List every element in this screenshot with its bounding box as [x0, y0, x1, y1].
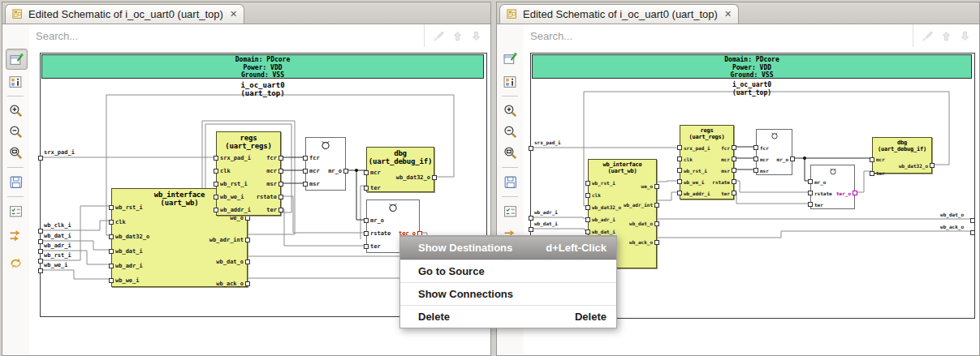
- block-port[interactable]: mr_o: [367, 214, 419, 227]
- search-buttons: [913, 24, 979, 47]
- show-connectivity-button[interactable]: [6, 225, 26, 245]
- domain-header: Domain: PDcore Power: VDD Ground: VSS: [41, 54, 484, 79]
- display-options-button[interactable]: [6, 201, 26, 221]
- block-port[interactable]: mr_o: [811, 176, 854, 187]
- block-port[interactable]: ter: [217, 204, 280, 217]
- merge-circle-icon: [306, 138, 345, 151]
- edit-pin-button[interactable]: [500, 49, 520, 68]
- block-port[interactable]: wb_adr_int: [589, 195, 656, 214]
- save-button[interactable]: [500, 172, 520, 191]
- merge-circle-icon: [757, 130, 792, 140]
- search-input[interactable]: [524, 30, 913, 42]
- context-menu-item[interactable]: Delete Delete: [400, 305, 616, 328]
- find-next-button[interactable]: [959, 30, 971, 42]
- block-port[interactable]: rstate: [217, 191, 280, 204]
- find-previous-button[interactable]: [940, 30, 952, 42]
- block-port[interactable]: msr: [306, 178, 345, 191]
- save-button[interactable]: [6, 172, 26, 191]
- block-port[interactable]: wb_dat32_o: [367, 171, 434, 184]
- clear-search-button[interactable]: [922, 30, 934, 42]
- find-previous-button[interactable]: [451, 30, 464, 42]
- block-port[interactable]: wb_dat32_o: [873, 160, 931, 171]
- context-menu-item[interactable]: Go to Source: [400, 259, 616, 282]
- context-menu-item[interactable]: Show Connections: [400, 282, 616, 305]
- block-port[interactable]: wb_adr_int: [112, 229, 247, 251]
- tab-title: Edited Schematic of i_oc_uart0 (uart_top…: [523, 8, 718, 20]
- zoom-in-button[interactable]: [6, 101, 26, 120]
- block-port[interactable]: fcr: [306, 152, 345, 165]
- block-dbg[interactable]: dbg(uart_debug_if) mcrter wb_dat32_o: [366, 147, 434, 192]
- find-next-button[interactable]: [470, 30, 482, 42]
- block-port[interactable]: msr: [757, 165, 792, 176]
- block-port[interactable]: rstate: [680, 176, 733, 187]
- toolbar-separator: [7, 167, 24, 168]
- block-port[interactable]: fcr: [757, 142, 792, 153]
- ground-label: Ground: VSS: [533, 71, 971, 79]
- zoom-out-button[interactable]: [6, 122, 26, 141]
- block-port[interactable]: mcr: [217, 165, 280, 178]
- block-port[interactable]: wb_dat_o: [589, 214, 656, 233]
- block-mr-merge[interactable]: fcrmcrmsr mr_o: [756, 129, 792, 175]
- power-label: Power: VDD: [533, 64, 971, 72]
- pin-stub: [38, 268, 43, 273]
- block-port[interactable]: mr_o: [757, 153, 792, 165]
- swap-schematics-button[interactable]: [6, 253, 26, 272]
- port-stub: [432, 175, 437, 180]
- port-stub: [278, 169, 283, 174]
- domain-label: Domain: PDcore: [42, 56, 483, 64]
- block-port[interactable]: fcr: [217, 152, 280, 165]
- tab-title: Edited Schematic of i_oc_uart0 (uart_top…: [28, 8, 223, 20]
- instance-label: i_oc_uart0 (uart_top): [532, 81, 972, 97]
- block-regs[interactable]: regs(uart_regs) srx_pad_iclkwb_rst_iwb_w…: [680, 125, 734, 199]
- search-input[interactable]: [29, 30, 424, 42]
- tab-close-icon[interactable]: ✕: [230, 9, 237, 19]
- clear-search-button[interactable]: [433, 30, 445, 42]
- display-options-button[interactable]: [500, 201, 520, 221]
- pin-stub: [38, 156, 43, 161]
- schematic-info-button[interactable]: [500, 71, 520, 91]
- block-port[interactable]: ter: [811, 199, 854, 210]
- block-port[interactable]: msr: [680, 165, 733, 176]
- context-menu-item[interactable]: Show Destinations d+Left-Click: [400, 236, 616, 259]
- toolbar-separator: [502, 196, 518, 197]
- zoom-in-button[interactable]: [500, 101, 520, 120]
- block-port[interactable]: msr: [217, 178, 280, 191]
- zoom-selection-button[interactable]: [6, 143, 26, 162]
- block-ter-merge[interactable]: mr_orstateter ter_o: [810, 165, 855, 209]
- port-stub: [364, 218, 369, 223]
- block-regs[interactable]: regs(uart_regs) srx_pad_iclkwb_rst_iwb_w…: [216, 131, 281, 216]
- menu-item-label: Show Destinations: [418, 242, 512, 254]
- find-previous-icon: [940, 30, 952, 42]
- port-stub: [808, 202, 813, 207]
- zoom-out-button[interactable]: [500, 122, 520, 141]
- port-stub: [364, 244, 369, 249]
- tab-close-icon[interactable]: ✕: [724, 9, 732, 19]
- tab-edited-schematic[interactable]: Edited Schematic of i_oc_uart0 (uart_top…: [5, 4, 244, 24]
- schematic-tab-icon: [12, 9, 24, 20]
- block-port[interactable]: mcr: [680, 153, 733, 165]
- port-stub: [343, 169, 348, 174]
- port-stub: [278, 208, 283, 212]
- highlighted-net-port[interactable]: ter_o: [811, 187, 854, 199]
- toolbar-separator: [7, 96, 24, 97]
- show-connectivity-icon: [9, 229, 23, 242]
- block-port[interactable]: fcr: [680, 142, 733, 153]
- block-dbg[interactable]: dbg(uart_debug_if) mcrter wb_dat32_o: [872, 137, 932, 174]
- port-stub: [870, 171, 874, 176]
- edit-pin-button[interactable]: [6, 49, 28, 70]
- block-port[interactable]: ter: [680, 187, 733, 199]
- zoom-selection-button[interactable]: [500, 143, 520, 162]
- port-stub: [732, 157, 736, 161]
- block-mr-merge[interactable]: fcrmcrmsr mr_o: [305, 137, 346, 191]
- block-port[interactable]: mr_o: [306, 165, 345, 178]
- tab-bar: Edited Schematic of i_oc_uart0 (uart_top…: [2, 2, 490, 24]
- port-stub: [654, 221, 659, 226]
- block-port[interactable]: wb_dat_o: [112, 251, 247, 272]
- tab-edited-schematic[interactable]: Edited Schematic of i_oc_uart0 (uart_top…: [499, 4, 739, 24]
- port-stub: [753, 145, 758, 150]
- schematic-info-button[interactable]: [6, 71, 26, 91]
- port-stub: [753, 168, 758, 173]
- block-port[interactable]: we_o: [589, 177, 656, 195]
- block-port[interactable]: wb_ack_o: [112, 272, 247, 294]
- toolbar-separator: [502, 96, 518, 97]
